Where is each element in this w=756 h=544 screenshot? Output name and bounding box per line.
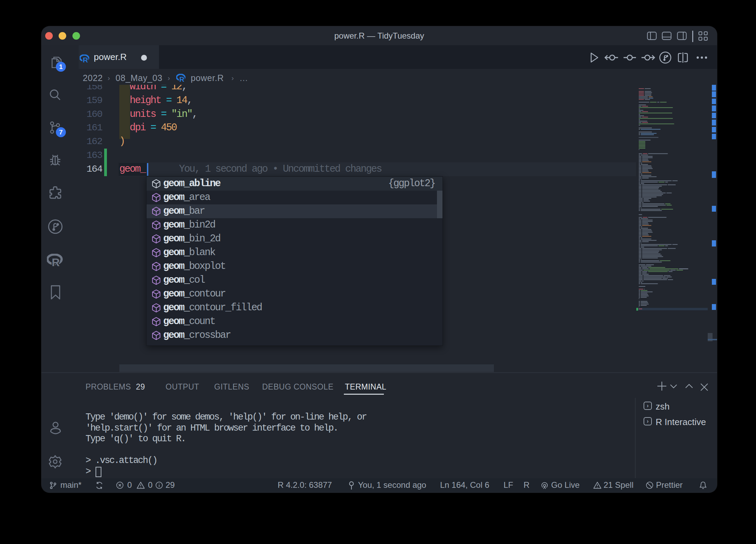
svg-text:R: R bbox=[52, 256, 60, 267]
svg-text:R: R bbox=[179, 75, 185, 82]
svg-text:R: R bbox=[83, 56, 88, 63]
